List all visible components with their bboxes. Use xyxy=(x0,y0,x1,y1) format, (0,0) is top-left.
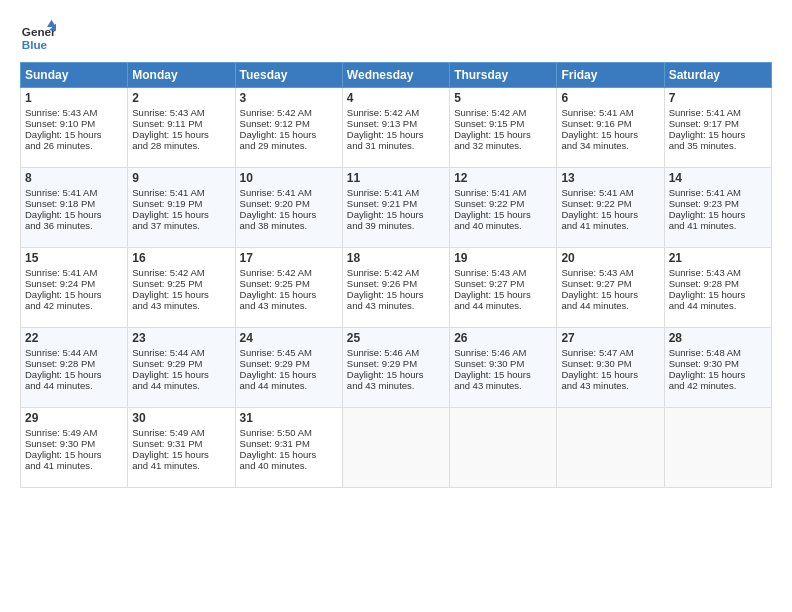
cell-text: and 37 minutes. xyxy=(132,220,230,231)
day-number: 17 xyxy=(240,251,338,265)
calendar-cell: 24Sunrise: 5:45 AMSunset: 9:29 PMDayligh… xyxy=(235,328,342,408)
cell-text: and 36 minutes. xyxy=(25,220,123,231)
cell-text: and 26 minutes. xyxy=(25,140,123,151)
weekday-friday: Friday xyxy=(557,63,664,88)
calendar-cell: 20Sunrise: 5:43 AMSunset: 9:27 PMDayligh… xyxy=(557,248,664,328)
cell-text: Sunrise: 5:41 AM xyxy=(132,187,230,198)
calendar-cell: 26Sunrise: 5:46 AMSunset: 9:30 PMDayligh… xyxy=(450,328,557,408)
calendar-cell: 11Sunrise: 5:41 AMSunset: 9:21 PMDayligh… xyxy=(342,168,449,248)
day-number: 6 xyxy=(561,91,659,105)
cell-text: and 44 minutes. xyxy=(561,300,659,311)
day-number: 14 xyxy=(669,171,767,185)
cell-text: Sunset: 9:29 PM xyxy=(240,358,338,369)
calendar-cell xyxy=(342,408,449,488)
day-number: 20 xyxy=(561,251,659,265)
cell-text: Sunrise: 5:41 AM xyxy=(561,107,659,118)
cell-text: and 43 minutes. xyxy=(561,380,659,391)
cell-text: Daylight: 15 hours xyxy=(454,289,552,300)
cell-text: Sunset: 9:21 PM xyxy=(347,198,445,209)
day-number: 22 xyxy=(25,331,123,345)
calendar-cell: 30Sunrise: 5:49 AMSunset: 9:31 PMDayligh… xyxy=(128,408,235,488)
day-number: 12 xyxy=(454,171,552,185)
cell-text: Sunrise: 5:49 AM xyxy=(132,427,230,438)
day-number: 31 xyxy=(240,411,338,425)
cell-text: Sunset: 9:28 PM xyxy=(669,278,767,289)
calendar-cell: 13Sunrise: 5:41 AMSunset: 9:22 PMDayligh… xyxy=(557,168,664,248)
calendar-cell: 17Sunrise: 5:42 AMSunset: 9:25 PMDayligh… xyxy=(235,248,342,328)
cell-text: and 28 minutes. xyxy=(132,140,230,151)
cell-text: Sunrise: 5:50 AM xyxy=(240,427,338,438)
calendar-cell: 19Sunrise: 5:43 AMSunset: 9:27 PMDayligh… xyxy=(450,248,557,328)
cell-text: Sunset: 9:12 PM xyxy=(240,118,338,129)
day-number: 19 xyxy=(454,251,552,265)
day-number: 1 xyxy=(25,91,123,105)
cell-text: Sunrise: 5:48 AM xyxy=(669,347,767,358)
cell-text: Sunset: 9:13 PM xyxy=(347,118,445,129)
day-number: 9 xyxy=(132,171,230,185)
cell-text: and 31 minutes. xyxy=(347,140,445,151)
cell-text: Daylight: 15 hours xyxy=(454,209,552,220)
weekday-thursday: Thursday xyxy=(450,63,557,88)
cell-text: and 38 minutes. xyxy=(240,220,338,231)
calendar-cell: 4Sunrise: 5:42 AMSunset: 9:13 PMDaylight… xyxy=(342,88,449,168)
cell-text: and 43 minutes. xyxy=(454,380,552,391)
cell-text: Daylight: 15 hours xyxy=(561,369,659,380)
calendar-cell: 6Sunrise: 5:41 AMSunset: 9:16 PMDaylight… xyxy=(557,88,664,168)
calendar-cell: 5Sunrise: 5:42 AMSunset: 9:15 PMDaylight… xyxy=(450,88,557,168)
calendar-cell: 8Sunrise: 5:41 AMSunset: 9:18 PMDaylight… xyxy=(21,168,128,248)
cell-text: Sunset: 9:28 PM xyxy=(25,358,123,369)
cell-text: Sunrise: 5:42 AM xyxy=(132,267,230,278)
calendar-cell: 25Sunrise: 5:46 AMSunset: 9:29 PMDayligh… xyxy=(342,328,449,408)
calendar-cell: 18Sunrise: 5:42 AMSunset: 9:26 PMDayligh… xyxy=(342,248,449,328)
cell-text: Sunset: 9:31 PM xyxy=(132,438,230,449)
week-row-1: 1Sunrise: 5:43 AMSunset: 9:10 PMDaylight… xyxy=(21,88,772,168)
day-number: 15 xyxy=(25,251,123,265)
day-number: 26 xyxy=(454,331,552,345)
cell-text: Sunset: 9:29 PM xyxy=(132,358,230,369)
cell-text: Daylight: 15 hours xyxy=(347,209,445,220)
day-number: 21 xyxy=(669,251,767,265)
cell-text: and 41 minutes. xyxy=(132,460,230,471)
calendar-cell: 9Sunrise: 5:41 AMSunset: 9:19 PMDaylight… xyxy=(128,168,235,248)
cell-text: and 41 minutes. xyxy=(561,220,659,231)
day-number: 10 xyxy=(240,171,338,185)
weekday-wednesday: Wednesday xyxy=(342,63,449,88)
cell-text: Daylight: 15 hours xyxy=(240,289,338,300)
cell-text: Sunset: 9:22 PM xyxy=(561,198,659,209)
cell-text: Sunset: 9:31 PM xyxy=(240,438,338,449)
day-number: 27 xyxy=(561,331,659,345)
cell-text: and 44 minutes. xyxy=(669,300,767,311)
cell-text: Sunset: 9:25 PM xyxy=(132,278,230,289)
cell-text: Daylight: 15 hours xyxy=(347,289,445,300)
cell-text: Sunrise: 5:47 AM xyxy=(561,347,659,358)
cell-text: Sunrise: 5:43 AM xyxy=(132,107,230,118)
cell-text: Sunset: 9:30 PM xyxy=(454,358,552,369)
cell-text: Sunrise: 5:42 AM xyxy=(240,267,338,278)
day-number: 2 xyxy=(132,91,230,105)
calendar-cell xyxy=(664,408,771,488)
cell-text: Sunrise: 5:46 AM xyxy=(347,347,445,358)
cell-text: Daylight: 15 hours xyxy=(25,129,123,140)
day-number: 3 xyxy=(240,91,338,105)
cell-text: Sunrise: 5:41 AM xyxy=(25,187,123,198)
calendar-cell: 2Sunrise: 5:43 AMSunset: 9:11 PMDaylight… xyxy=(128,88,235,168)
day-number: 11 xyxy=(347,171,445,185)
cell-text: Daylight: 15 hours xyxy=(561,289,659,300)
cell-text: Sunrise: 5:43 AM xyxy=(454,267,552,278)
week-row-3: 15Sunrise: 5:41 AMSunset: 9:24 PMDayligh… xyxy=(21,248,772,328)
cell-text: Sunset: 9:16 PM xyxy=(561,118,659,129)
cell-text: Sunset: 9:19 PM xyxy=(132,198,230,209)
weekday-monday: Monday xyxy=(128,63,235,88)
day-number: 23 xyxy=(132,331,230,345)
cell-text: Sunset: 9:20 PM xyxy=(240,198,338,209)
calendar-cell: 31Sunrise: 5:50 AMSunset: 9:31 PMDayligh… xyxy=(235,408,342,488)
cell-text: Sunrise: 5:41 AM xyxy=(240,187,338,198)
cell-text: and 43 minutes. xyxy=(347,380,445,391)
calendar-cell: 14Sunrise: 5:41 AMSunset: 9:23 PMDayligh… xyxy=(664,168,771,248)
calendar-cell: 3Sunrise: 5:42 AMSunset: 9:12 PMDaylight… xyxy=(235,88,342,168)
cell-text: and 34 minutes. xyxy=(561,140,659,151)
cell-text: Sunset: 9:27 PM xyxy=(454,278,552,289)
cell-text: Daylight: 15 hours xyxy=(25,289,123,300)
cell-text: and 32 minutes. xyxy=(454,140,552,151)
cell-text: and 43 minutes. xyxy=(132,300,230,311)
